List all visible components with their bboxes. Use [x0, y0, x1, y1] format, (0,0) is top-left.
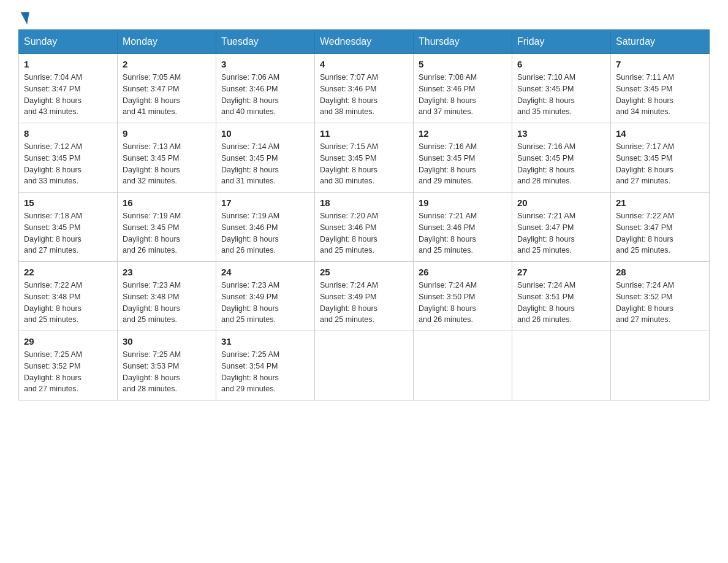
day-number: 14 — [616, 128, 704, 139]
calendar-cell: 22 Sunrise: 7:22 AM Sunset: 3:48 PM Dayl… — [19, 262, 118, 331]
day-info: Sunrise: 7:25 AM Sunset: 3:54 PM Dayligh… — [221, 349, 309, 395]
day-info: Sunrise: 7:22 AM Sunset: 3:48 PM Dayligh… — [24, 280, 112, 326]
calendar-cell: 18 Sunrise: 7:20 AM Sunset: 3:46 PM Dayl… — [315, 193, 414, 262]
day-info: Sunrise: 7:19 AM Sunset: 3:46 PM Dayligh… — [221, 210, 309, 256]
day-number: 19 — [419, 197, 507, 208]
calendar-cell: 24 Sunrise: 7:23 AM Sunset: 3:49 PM Dayl… — [216, 262, 315, 331]
calendar-cell: 27 Sunrise: 7:24 AM Sunset: 3:51 PM Dayl… — [512, 262, 611, 331]
day-info: Sunrise: 7:24 AM Sunset: 3:49 PM Dayligh… — [320, 280, 408, 326]
day-info: Sunrise: 7:24 AM Sunset: 3:52 PM Dayligh… — [616, 280, 704, 326]
day-number: 12 — [419, 128, 507, 139]
weekday-header-friday: Friday — [512, 30, 611, 54]
calendar-cell: 4 Sunrise: 7:07 AM Sunset: 3:46 PM Dayli… — [315, 54, 414, 123]
day-number: 28 — [616, 267, 704, 277]
calendar-cell: 29 Sunrise: 7:25 AM Sunset: 3:52 PM Dayl… — [19, 331, 118, 400]
logo-arrow-icon — [18, 12, 29, 25]
day-info: Sunrise: 7:15 AM Sunset: 3:45 PM Dayligh… — [320, 141, 408, 187]
day-number: 23 — [123, 267, 211, 277]
week-row-2: 8 Sunrise: 7:12 AM Sunset: 3:45 PM Dayli… — [19, 123, 710, 193]
day-number: 6 — [517, 59, 605, 69]
day-number: 21 — [616, 197, 704, 208]
day-info: Sunrise: 7:18 AM Sunset: 3:45 PM Dayligh… — [24, 210, 112, 256]
day-number: 20 — [517, 197, 605, 208]
day-number: 11 — [320, 128, 408, 139]
day-number: 17 — [221, 197, 309, 208]
week-row-4: 22 Sunrise: 7:22 AM Sunset: 3:48 PM Dayl… — [19, 262, 710, 331]
day-info: Sunrise: 7:12 AM Sunset: 3:45 PM Dayligh… — [24, 141, 112, 187]
day-info: Sunrise: 7:21 AM Sunset: 3:46 PM Dayligh… — [419, 210, 507, 256]
calendar-cell: 30 Sunrise: 7:25 AM Sunset: 3:53 PM Dayl… — [118, 331, 216, 400]
day-info: Sunrise: 7:24 AM Sunset: 3:50 PM Dayligh… — [419, 280, 507, 326]
weekday-header-row: SundayMondayTuesdayWednesdayThursdayFrid… — [19, 30, 710, 54]
day-number: 13 — [517, 128, 605, 139]
calendar-cell — [414, 331, 512, 400]
day-info: Sunrise: 7:07 AM Sunset: 3:46 PM Dayligh… — [320, 72, 408, 118]
calendar-cell: 25 Sunrise: 7:24 AM Sunset: 3:49 PM Dayl… — [315, 262, 414, 331]
weekday-header-wednesday: Wednesday — [315, 30, 414, 54]
day-number: 22 — [24, 267, 112, 277]
day-number: 1 — [24, 59, 112, 69]
week-row-1: 1 Sunrise: 7:04 AM Sunset: 3:47 PM Dayli… — [19, 54, 710, 123]
calendar-cell — [512, 331, 611, 400]
day-info: Sunrise: 7:23 AM Sunset: 3:49 PM Dayligh… — [221, 280, 309, 326]
calendar-cell: 17 Sunrise: 7:19 AM Sunset: 3:46 PM Dayl… — [216, 193, 315, 262]
day-number: 7 — [616, 59, 704, 69]
day-info: Sunrise: 7:25 AM Sunset: 3:52 PM Dayligh… — [24, 349, 112, 395]
calendar-cell: 19 Sunrise: 7:21 AM Sunset: 3:46 PM Dayl… — [414, 193, 512, 262]
day-number: 8 — [24, 128, 112, 139]
day-number: 2 — [123, 59, 211, 69]
day-number: 3 — [221, 59, 309, 69]
calendar-cell: 16 Sunrise: 7:19 AM Sunset: 3:45 PM Dayl… — [118, 193, 216, 262]
day-info: Sunrise: 7:25 AM Sunset: 3:53 PM Dayligh… — [123, 349, 211, 395]
day-number: 24 — [221, 267, 309, 277]
day-info: Sunrise: 7:13 AM Sunset: 3:45 PM Dayligh… — [123, 141, 211, 187]
day-info: Sunrise: 7:16 AM Sunset: 3:45 PM Dayligh… — [419, 141, 507, 187]
calendar-cell: 2 Sunrise: 7:05 AM Sunset: 3:47 PM Dayli… — [118, 54, 216, 123]
calendar-cell: 14 Sunrise: 7:17 AM Sunset: 3:45 PM Dayl… — [611, 123, 710, 193]
page-header — [18, 12, 710, 23]
logo — [18, 12, 29, 23]
calendar-cell — [611, 331, 710, 400]
day-number: 15 — [24, 197, 112, 208]
week-row-5: 29 Sunrise: 7:25 AM Sunset: 3:52 PM Dayl… — [19, 331, 710, 400]
calendar-cell: 8 Sunrise: 7:12 AM Sunset: 3:45 PM Dayli… — [19, 123, 118, 193]
day-info: Sunrise: 7:06 AM Sunset: 3:46 PM Dayligh… — [221, 72, 309, 118]
day-info: Sunrise: 7:21 AM Sunset: 3:47 PM Dayligh… — [517, 210, 605, 256]
day-number: 9 — [123, 128, 211, 139]
calendar-cell: 31 Sunrise: 7:25 AM Sunset: 3:54 PM Dayl… — [216, 331, 315, 400]
day-info: Sunrise: 7:14 AM Sunset: 3:45 PM Dayligh… — [221, 141, 309, 187]
calendar-cell: 21 Sunrise: 7:22 AM Sunset: 3:47 PM Dayl… — [611, 193, 710, 262]
calendar-cell: 23 Sunrise: 7:23 AM Sunset: 3:48 PM Dayl… — [118, 262, 216, 331]
calendar-cell: 12 Sunrise: 7:16 AM Sunset: 3:45 PM Dayl… — [414, 123, 512, 193]
day-info: Sunrise: 7:24 AM Sunset: 3:51 PM Dayligh… — [517, 280, 605, 326]
calendar-cell: 10 Sunrise: 7:14 AM Sunset: 3:45 PM Dayl… — [216, 123, 315, 193]
calendar-cell: 6 Sunrise: 7:10 AM Sunset: 3:45 PM Dayli… — [512, 54, 611, 123]
day-info: Sunrise: 7:11 AM Sunset: 3:45 PM Dayligh… — [616, 72, 704, 118]
calendar-cell — [315, 331, 414, 400]
day-info: Sunrise: 7:04 AM Sunset: 3:47 PM Dayligh… — [24, 72, 112, 118]
day-number: 27 — [517, 267, 605, 277]
calendar-cell: 11 Sunrise: 7:15 AM Sunset: 3:45 PM Dayl… — [315, 123, 414, 193]
day-number: 25 — [320, 267, 408, 277]
day-info: Sunrise: 7:22 AM Sunset: 3:47 PM Dayligh… — [616, 210, 704, 256]
weekday-header-thursday: Thursday — [414, 30, 512, 54]
calendar-cell: 7 Sunrise: 7:11 AM Sunset: 3:45 PM Dayli… — [611, 54, 710, 123]
weekday-header-tuesday: Tuesday — [216, 30, 315, 54]
day-info: Sunrise: 7:08 AM Sunset: 3:46 PM Dayligh… — [419, 72, 507, 118]
day-info: Sunrise: 7:10 AM Sunset: 3:45 PM Dayligh… — [517, 72, 605, 118]
day-info: Sunrise: 7:05 AM Sunset: 3:47 PM Dayligh… — [123, 72, 211, 118]
day-number: 5 — [419, 59, 507, 69]
day-number: 10 — [221, 128, 309, 139]
day-info: Sunrise: 7:19 AM Sunset: 3:45 PM Dayligh… — [123, 210, 211, 256]
day-info: Sunrise: 7:17 AM Sunset: 3:45 PM Dayligh… — [616, 141, 704, 187]
calendar-cell: 9 Sunrise: 7:13 AM Sunset: 3:45 PM Dayli… — [118, 123, 216, 193]
calendar-table: SundayMondayTuesdayWednesdayThursdayFrid… — [18, 29, 710, 400]
calendar-cell: 1 Sunrise: 7:04 AM Sunset: 3:47 PM Dayli… — [19, 54, 118, 123]
calendar-cell: 5 Sunrise: 7:08 AM Sunset: 3:46 PM Dayli… — [414, 54, 512, 123]
day-info: Sunrise: 7:23 AM Sunset: 3:48 PM Dayligh… — [123, 280, 211, 326]
day-number: 30 — [123, 336, 211, 347]
calendar-cell: 3 Sunrise: 7:06 AM Sunset: 3:46 PM Dayli… — [216, 54, 315, 123]
day-number: 26 — [419, 267, 507, 277]
day-info: Sunrise: 7:16 AM Sunset: 3:45 PM Dayligh… — [517, 141, 605, 187]
weekday-header-sunday: Sunday — [19, 30, 118, 54]
